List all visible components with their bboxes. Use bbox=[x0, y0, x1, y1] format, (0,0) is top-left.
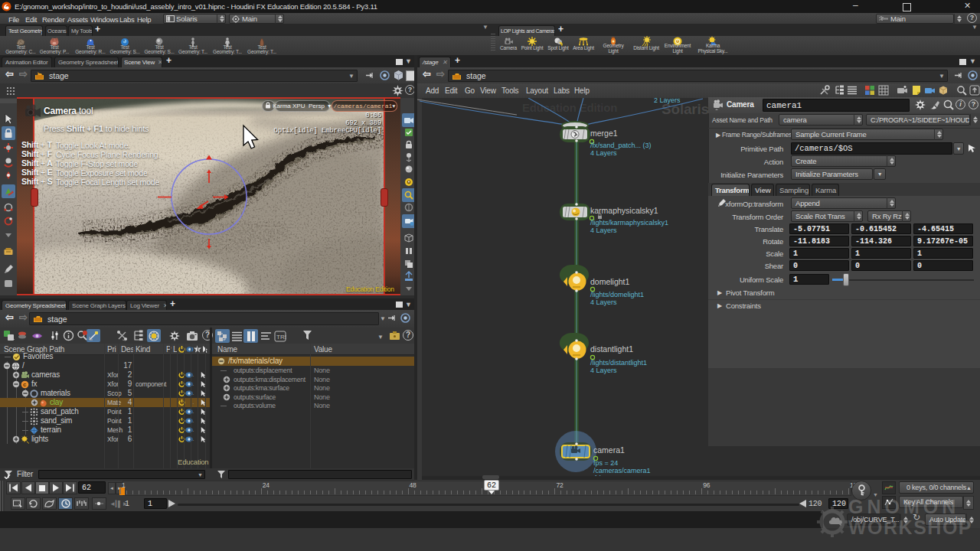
svg-text:merge1: merge1 bbox=[590, 129, 618, 138]
svg-text:TRS: TRS bbox=[276, 334, 286, 341]
svg-text:/fx/sand_patch... (3): /fx/sand_patch... (3) bbox=[590, 142, 652, 149]
svg-text:distantlight1: distantlight1 bbox=[590, 344, 633, 354]
svg-text:domelight1: domelight1 bbox=[590, 277, 630, 286]
svg-text:4 Layers: 4 Layers bbox=[590, 367, 617, 374]
svg-text:4 Layers: 4 Layers bbox=[590, 149, 617, 157]
svg-text:c: c bbox=[23, 381, 27, 388]
svg-text:2 Layers: 2 Layers bbox=[654, 98, 681, 104]
svg-text:4 Layers: 4 Layers bbox=[590, 227, 617, 234]
svg-text:/lights/domelight1: /lights/domelight1 bbox=[590, 291, 644, 298]
svg-text:fps = 24: fps = 24 bbox=[593, 459, 618, 467]
svg-text:/lights/karmaphysicalsky1: /lights/karmaphysicalsky1 bbox=[590, 219, 668, 227]
svg-text:4 Layers: 4 Layers bbox=[590, 298, 617, 306]
svg-text:/lights/distantlight1: /lights/distantlight1 bbox=[590, 359, 647, 367]
svg-text:camera1: camera1 bbox=[593, 445, 625, 455]
